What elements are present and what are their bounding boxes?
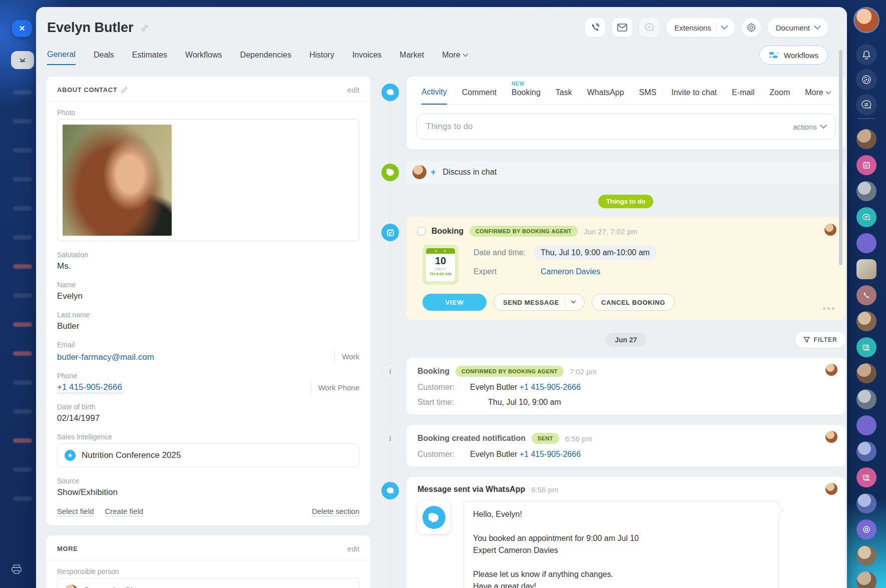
- workflows-button[interactable]: Workflows: [759, 46, 828, 65]
- tab-zoom[interactable]: Zoom: [769, 88, 790, 104]
- chevron-down-icon: [721, 23, 728, 30]
- more-dots-icon[interactable]: [823, 307, 834, 310]
- group-chat-avatar[interactable]: [856, 207, 876, 227]
- dob-field[interactable]: Date of birth 02/14/1997: [57, 403, 359, 423]
- discuss-in-chat-row[interactable]: + Discuss in chat: [406, 161, 845, 184]
- email-link[interactable]: butler-farmacy@mail.com: [57, 352, 154, 362]
- tab-deals[interactable]: Deals: [94, 51, 114, 65]
- sales-intelligence-item[interactable]: ★ Nutrition Conference 2025: [57, 443, 359, 467]
- chat-avatar[interactable]: [856, 129, 876, 149]
- chat-avatar[interactable]: [856, 545, 876, 565]
- tab-general[interactable]: General: [47, 50, 76, 65]
- extensions-dropdown[interactable]: Extensions: [666, 18, 734, 37]
- chat-avatar[interactable]: [856, 363, 876, 383]
- menu-item-blurred: [13, 177, 32, 182]
- calendar-chat-avatar[interactable]: [856, 155, 876, 175]
- select-field-link[interactable]: Select field: [57, 507, 94, 516]
- last-name-field[interactable]: Last name Butler: [57, 311, 359, 331]
- call-button[interactable]: [585, 18, 605, 37]
- tab-more[interactable]: More: [442, 51, 467, 65]
- tab-more[interactable]: More: [805, 88, 830, 104]
- scrollbar[interactable]: [839, 50, 842, 265]
- tab-invite-to-chat[interactable]: Invite to chat: [671, 88, 717, 104]
- chat-avatar[interactable]: [856, 233, 876, 253]
- tab-market[interactable]: Market: [399, 51, 424, 65]
- menu-item-blurred: [13, 322, 32, 327]
- chat-avatar[interactable]: [856, 493, 876, 513]
- more-card: MORE edit Responsible person Samantha Si…: [46, 535, 370, 588]
- booking-history-entry[interactable]: i Booking CONFIRMED BY BOOKING AGENT 7:0…: [406, 358, 845, 415]
- tab-dependencies[interactable]: Dependencies: [240, 51, 291, 65]
- tab-booking[interactable]: NEWBooking: [512, 88, 541, 104]
- call-avatar[interactable]: [856, 285, 876, 305]
- email-field[interactable]: Email butler-farmacy@mail.com Work: [57, 341, 359, 362]
- phone-field[interactable]: Phone +1 415-905-2666 Work Phone: [57, 372, 359, 393]
- source-field[interactable]: Source Show/Exhibition: [57, 477, 359, 497]
- user-avatar[interactable]: [853, 7, 879, 33]
- printer-icon[interactable]: [11, 564, 22, 574]
- tab-estimates[interactable]: Estimates: [132, 51, 167, 65]
- link-icon[interactable]: [141, 25, 149, 34]
- about-edit-link[interactable]: edit: [347, 86, 359, 94]
- target-avatar[interactable]: [856, 519, 876, 539]
- pencil-icon[interactable]: [121, 87, 128, 93]
- tab-comment[interactable]: Comment: [462, 88, 497, 104]
- filter-button[interactable]: FILTER: [795, 332, 845, 348]
- chat-avatar[interactable]: [856, 311, 876, 331]
- contact-card-avatar[interactable]: [856, 337, 876, 357]
- notifications-button[interactable]: [856, 44, 877, 65]
- delete-section-link[interactable]: Delete section: [312, 507, 359, 516]
- avatar: [65, 584, 78, 588]
- more-edit-link[interactable]: edit: [347, 544, 359, 553]
- chat-avatar[interactable]: [856, 441, 876, 461]
- chat-button[interactable]: [639, 18, 659, 37]
- chat-avatar[interactable]: [856, 571, 876, 588]
- responsible-person-field[interactable]: Samantha Simpson: [57, 578, 359, 588]
- avatar: [825, 483, 837, 495]
- chat-lines-icon: [862, 214, 870, 221]
- tab-email[interactable]: E-mail: [732, 88, 754, 104]
- notification-history-entry[interactable]: i Booking created notification SENT 6:56…: [406, 425, 845, 467]
- salutation-field[interactable]: Salutation Ms.: [57, 251, 359, 271]
- tab-invoices[interactable]: Invoices: [352, 51, 382, 65]
- badge-avatar[interactable]: [856, 259, 876, 279]
- document-dropdown[interactable]: Document: [768, 18, 828, 37]
- cancel-booking-button[interactable]: CANCEL BOOKING: [592, 294, 675, 311]
- tab-history[interactable]: History: [309, 51, 334, 65]
- create-field-link[interactable]: Create field: [105, 507, 143, 516]
- contact-card-avatar[interactable]: [856, 467, 876, 487]
- customer-phone-link[interactable]: +1 415-905-2666: [520, 383, 581, 392]
- collapse-sidebar-button[interactable]: [11, 51, 34, 69]
- responsible-person-link[interactable]: Samantha Simpson: [84, 586, 158, 588]
- actions-dropdown[interactable]: actions: [793, 123, 826, 131]
- settings-button[interactable]: [742, 18, 761, 37]
- tab-task[interactable]: Task: [556, 88, 572, 104]
- name-field[interactable]: Name Evelyn: [57, 281, 359, 301]
- todo-input[interactable]: Things to do actions: [416, 114, 835, 140]
- close-icon[interactable]: ✕: [12, 20, 32, 37]
- chat-avatar[interactable]: [856, 181, 876, 201]
- support-button[interactable]: [856, 69, 877, 90]
- messenger-button[interactable]: [856, 94, 877, 115]
- expert-link[interactable]: Cameron Davies: [541, 267, 600, 276]
- activity-tab-bar: Activity Comment NEWBooking Task WhatsAp…: [416, 77, 835, 105]
- whatsapp-message-entry[interactable]: Message sent via WhatsApp 6:56 pm Hello,…: [406, 477, 845, 588]
- header-actions: Extensions Document: [585, 18, 828, 37]
- tab-whatsapp[interactable]: WhatsApp: [587, 88, 624, 104]
- chat-avatar[interactable]: [856, 389, 876, 409]
- calendar-month: JULY: [426, 267, 455, 271]
- booking-checkbox[interactable]: [417, 227, 425, 235]
- chat-avatar[interactable]: [856, 415, 876, 435]
- left-sidebar: ✕: [0, 0, 36, 588]
- tab-activity[interactable]: Activity: [421, 88, 447, 105]
- email-button[interactable]: [612, 18, 632, 37]
- view-button[interactable]: VIEW: [422, 294, 487, 311]
- phone-link[interactable]: +1 415-905-2666: [57, 382, 122, 393]
- send-message-button[interactable]: SEND MESSAGE: [494, 294, 585, 311]
- tab-sms[interactable]: SMS: [639, 88, 657, 104]
- tab-workflows[interactable]: Workflows: [185, 51, 222, 65]
- plus-icon: +: [430, 167, 436, 178]
- photo-field[interactable]: [57, 119, 359, 241]
- customer-phone-link[interactable]: +1 415-905-2666: [520, 450, 581, 459]
- expert-label: Expert: [474, 267, 534, 276]
